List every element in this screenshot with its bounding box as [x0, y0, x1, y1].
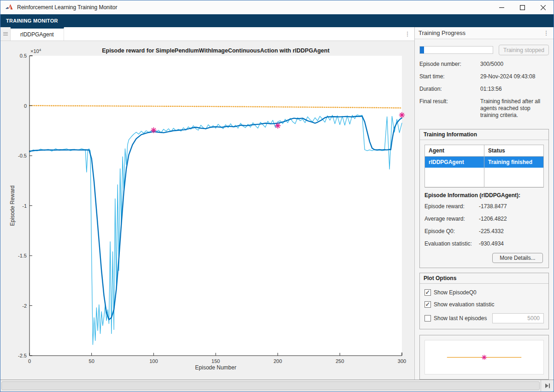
app-window: Reinforcement Learning Training Monitor … [0, 0, 554, 392]
svg-text:250: 250 [336, 358, 344, 364]
svg-text:300: 300 [398, 358, 406, 364]
progress-fill [420, 47, 424, 53]
field-evaluation-statistic: Evaluation statistic: -930.4934 [424, 240, 544, 247]
progress-fields: Episode number: 300/5000 Start time: 29-… [419, 61, 549, 124]
svg-text:150: 150 [212, 358, 220, 364]
skip-to-end-icon [545, 383, 550, 388]
svg-text:0: 0 [24, 103, 27, 109]
field-final-result: Final result: Training finished after al… [419, 98, 549, 119]
document-options-kebab-icon[interactable]: ⋮ [401, 27, 414, 41]
panel-header: Training Progress ⋮ [415, 27, 554, 39]
table-header-row: Agent Status [425, 145, 544, 157]
svg-text:100: 100 [149, 358, 158, 364]
svg-text:0: 0 [28, 358, 31, 364]
training-information-title: Training Information [420, 129, 548, 140]
panel-options-kebab-icon[interactable]: ⋮ [542, 29, 550, 36]
svg-text:Episode Reward: Episode Reward [9, 185, 16, 226]
svg-text:-1: -1 [22, 203, 27, 209]
col-agent: Agent [425, 145, 484, 157]
tab-list-button[interactable] [0, 27, 11, 41]
training-stopped-button[interactable]: Training stopped [499, 45, 549, 55]
toolstrip: TRAINING MONITOR [0, 14, 554, 27]
option-show-evaluation-statistic: ✓ Show evaluation statistic [424, 301, 544, 308]
col-status: Status [484, 145, 544, 157]
training-progress-bar [419, 46, 493, 54]
toolstrip-tab-training-monitor[interactable]: TRAINING MONITOR [0, 18, 64, 23]
evaluation-preview-plot [425, 340, 543, 374]
episode-info-title: Episode Information (rlDDPGAgent): [424, 192, 544, 199]
hamburger-icon [3, 31, 8, 36]
episode-info-fields: Episode reward: -1738.8477 Average rewar… [424, 203, 544, 247]
svg-text:Episode Number: Episode Number [195, 364, 236, 371]
svg-text:×104: ×104 [30, 48, 41, 54]
matlab-logo-icon [5, 4, 13, 11]
svg-text:0.5: 0.5 [20, 53, 27, 59]
last-n-episodes-input[interactable] [492, 313, 544, 323]
field-duration: Duration: 01:13:56 [419, 86, 549, 93]
evaluation-preview-panel [419, 335, 549, 380]
svg-text:-2.5: -2.5 [18, 353, 27, 358]
field-start-time: Start time: 29-Nov-2024 09:43:08 [419, 73, 549, 80]
field-episode-reward: Episode reward: -1738.8477 [424, 203, 544, 210]
tab-label: rlDDPGAgent [20, 31, 54, 38]
plot-options-title: Plot Options [420, 273, 548, 284]
horizontal-scrollbar[interactable] [1, 381, 540, 390]
bottom-scrollbar [0, 380, 554, 392]
svg-text:-0.5: -0.5 [18, 153, 27, 158]
plot-options-section: Plot Options ✓ Show EpisodeQ0 ✓ Show eva… [419, 273, 549, 329]
maximize-button[interactable] [512, 0, 533, 14]
minimize-button[interactable] [491, 0, 512, 14]
svg-text:50: 50 [89, 358, 94, 364]
show-episodeq0-checkbox[interactable]: ✓ [424, 289, 431, 296]
tab-rlddpgagent[interactable]: rlDDPGAgent [11, 27, 64, 41]
agent-status-table: Agent Status rlDDPGAgent Training finish… [424, 145, 544, 187]
field-episode-number: Episode number: 300/5000 [419, 61, 549, 68]
svg-text:-2: -2 [22, 303, 27, 309]
panel-title: Training Progress [418, 29, 466, 36]
expand-corner-button[interactable] [541, 380, 554, 392]
more-details-button[interactable]: More Details... [492, 253, 543, 263]
svg-text:Episode reward for SimplePendl: Episode reward for SimplePendlumWithImag… [102, 47, 330, 54]
training-information-section: Training Information Agent Status rlDDPG… [419, 129, 549, 268]
chart-document: 0.50-0.5-1-1.5-2-2.5050100150200250300Ep… [0, 41, 414, 380]
episode-reward-chart: 0.50-0.5-1-1.5-2-2.5050100150200250300Ep… [0, 41, 414, 380]
svg-text:200: 200 [273, 358, 282, 364]
training-progress-panel: Training Progress ⋮ Training stopped Epi… [415, 27, 554, 380]
field-episode-q0: Episode Q0: -225.4332 [424, 228, 544, 234]
field-average-reward: Average reward: -1206.4822 [424, 216, 544, 222]
window-title: Reinforcement Learning Training Monitor [17, 4, 117, 11]
document-tab-bar: rlDDPGAgent ⋮ [0, 27, 414, 41]
table-empty-row [425, 168, 544, 187]
svg-text:-1.5: -1.5 [18, 253, 27, 258]
option-show-last-n-episodes: Show last N episodes [424, 313, 544, 323]
table-row-rlddpgagent[interactable]: rlDDPGAgent Training finished [425, 157, 544, 168]
close-button[interactable] [533, 0, 554, 14]
option-show-episodeq0: ✓ Show EpisodeQ0 [424, 289, 544, 296]
title-bar: Reinforcement Learning Training Monitor [0, 0, 554, 14]
show-last-n-episodes-checkbox[interactable] [424, 315, 431, 322]
show-evaluation-statistic-checkbox[interactable]: ✓ [424, 301, 431, 308]
